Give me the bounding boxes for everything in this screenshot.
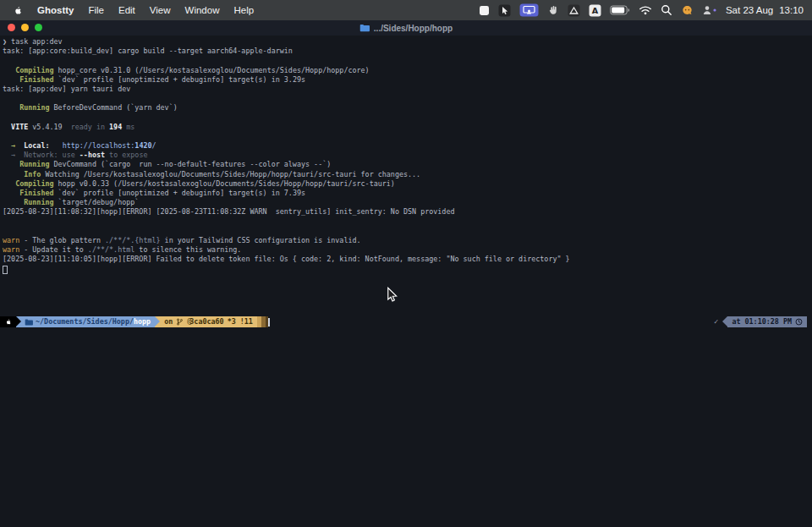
terminal-line [3,113,812,123]
git-status-counts: *3 !11 [228,316,253,327]
input-source-icon[interactable]: A [589,3,601,18]
triangle-app-icon[interactable] [568,3,580,18]
menu-bar-left: Ghostty FileEditViewWindowHelp [0,3,254,18]
menu-item-file[interactable]: File [88,5,104,15]
window-title: .../Sides/Hopp/hopp [374,24,453,33]
terminal-line [3,56,812,65]
prompt-path-segment: ~/Documents/Sides/Hopp/hopp [21,316,155,327]
menubar-clock[interactable]: 13:10 [779,5,804,15]
prompt-right-status: ✓ at 01:10:28 PM [714,316,807,327]
user-switch-icon[interactable] [702,3,717,18]
git-branch-icon [176,318,184,326]
window-controls [8,24,42,31]
terminal-line: Compiling hopp v0.0.33 (/Users/kostasale… [3,179,812,189]
prompt-os-segment [0,316,16,327]
terminal-line [3,217,812,227]
terminal-line: VITE v5.4.19 ready in 194 ms [3,123,812,132]
terminal-line: → Local: http://localhost:1420/ [3,141,812,151]
terminal-line: [2025-08-23][11:08:32][hopp][ERROR] [202… [3,207,812,217]
wifi-icon[interactable] [639,3,652,18]
terminal-body[interactable]: ❯ task app:devtask: [app:core:build_dev]… [0,36,812,527]
terminal-line [3,132,812,141]
terminal-line: Finished `dev` profile [unoptimized + de… [3,189,812,198]
cursor-app-icon[interactable] [498,3,511,18]
prompt-time-segment: at 01:10:28 PM [727,316,807,327]
clock-icon [795,318,803,326]
screen-mirroring-icon[interactable] [519,3,539,18]
terminal-line: Running BeforeDevCommand (`yarn dev`) [3,103,812,113]
terminal-line: Running `target/debug/hopp` [3,198,812,207]
terminal-line: warn - Update it to ./**/*.html to silen… [3,245,812,255]
git-on-label: on [164,316,173,327]
powerline-separator [155,316,160,327]
prompt-path: ~/Documents/Sides/Hopp/hopp [36,316,151,327]
terminal-line: Compiling hopp_core v0.31.0 (/Users/kost… [3,66,812,75]
terminal-line: warn - The glob pattern ./**/*.{html} in… [3,236,812,245]
minimize-button[interactable] [21,24,29,31]
display-icon[interactable] [479,3,490,18]
orange-app-icon[interactable] [681,3,694,18]
menu-bar-status-area: A Sat 23 Aug 13:10 [479,3,812,18]
menu-item-view[interactable]: View [150,5,171,15]
terminal-line: Running DevCommand (`cargo run --no-defa… [3,160,812,169]
mouse-pointer [387,287,398,303]
terminal-line [3,265,812,274]
terminal-output: ❯ task app:devtask: [app:core:build_dev]… [0,36,812,274]
terminal-line: Finished `dev` profile [unoptimized + de… [3,75,812,85]
menu-bar: Ghostty FileEditViewWindowHelp A [0,0,812,20]
terminal-line [3,227,812,236]
battery-icon[interactable] [610,3,630,18]
terminal-line: Info Watching /Users/kostasalexoglou/Doc… [3,170,812,179]
exit-status-check: ✓ [714,316,718,327]
hand-gesture-icon[interactable] [547,3,559,18]
spotlight-icon[interactable] [661,3,672,18]
menubar-date[interactable]: Sat 23 Aug [726,5,773,15]
terminal-cursor [268,318,270,327]
powerline-separator [16,316,21,327]
window-titlebar[interactable]: .../Sides/Hopp/hopp [0,20,812,36]
apple-icon [4,317,12,327]
terminal-line: → Network: use --host to expose [3,151,812,160]
shell-prompt-bar: ~/Documents/Sides/Hopp/hopp on @3ca0ca60… [0,316,268,327]
terminal-line: task: [app:dev] yarn tauri dev [3,85,812,94]
folder-icon [25,319,33,326]
prompt-time-label: at 01:10:28 PM [732,316,792,327]
zoom-button[interactable] [35,24,42,31]
terminal-line: task: [app:core:build_dev] cargo build -… [3,47,812,56]
svg-text:A: A [592,6,599,15]
terminal-line: ❯ task app:dev [3,37,812,47]
menu-items: FileEditViewWindowHelp [88,5,254,15]
apple-menu-icon[interactable] [12,3,23,18]
terminal-line [3,94,812,103]
menu-app-name[interactable]: Ghostty [37,5,74,15]
close-button[interactable] [8,24,15,31]
menu-item-help[interactable]: Help [233,5,254,15]
window-title-group: .../Sides/Hopp/hopp [359,24,453,33]
folder-icon [359,24,370,32]
menu-item-window[interactable]: Window [185,5,220,15]
terminal-line: [2025-08-23][11:10:05][hopp][ERROR] Fail… [3,255,812,264]
hollow-cursor [3,266,8,274]
prompt-git-segment: on @3ca0ca60 *3 !11 [160,316,257,327]
git-hash: @3ca0ca60 [187,316,223,327]
menu-item-edit[interactable]: Edit [118,5,135,15]
